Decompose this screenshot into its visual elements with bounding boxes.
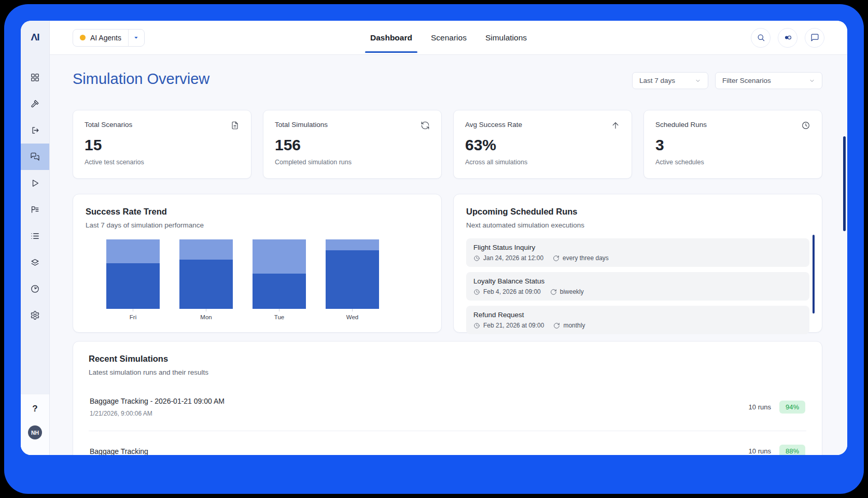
chevron-down-icon: [809, 78, 815, 84]
sidebar-item-dashboard[interactable]: [21, 64, 49, 91]
bar-column: Wed: [326, 239, 379, 320]
stat-card-total-simulations: Total Simulations 156 Completed simulati…: [263, 110, 442, 179]
scheduled-run-item[interactable]: Refund Request Feb 21, 2026 at 09:00: [466, 306, 809, 334]
nav-tab-dashboard[interactable]: Dashboard: [369, 31, 413, 45]
success-rate-trend-card: Success Rate Trend Last 7 days of simula…: [73, 194, 442, 333]
simulation-name: Baggage Tracking: [90, 447, 148, 456]
conversations-icon: [30, 152, 40, 162]
topbar-actions: [751, 28, 824, 48]
scheduled-run-item[interactable]: Flight Status Inquiry Jan 24, 2026 at 12…: [466, 238, 809, 267]
topbar: AI Agents Dashboard Scenarios Simulation…: [50, 21, 847, 55]
scenario-filter-select[interactable]: Filter Scenarios: [715, 72, 822, 89]
stat-card-total-scenarios: Total Scenarios 15 Active test scenarios: [73, 110, 251, 179]
settings-icon: [30, 310, 40, 320]
workspace-caret-button[interactable]: [129, 30, 144, 46]
sidebar-item-layers[interactable]: [21, 249, 49, 276]
bar-category-label: Mon: [179, 314, 233, 320]
sidebar-item-prompts[interactable]: [21, 196, 49, 223]
app-window: ΛI: [21, 21, 847, 455]
scheduled-run-datetime: Jan 24, 2026 at 12:00: [483, 254, 543, 262]
sidebar-item-timer[interactable]: [21, 276, 49, 302]
workspace-switcher[interactable]: AI Agents: [73, 29, 145, 47]
scheduled-run-frequency: monthly: [563, 322, 585, 329]
scheduled-run-name: Flight Status Inquiry: [473, 244, 802, 251]
workspace-name: AI Agents: [90, 34, 121, 42]
stat-description: Active schedules: [655, 159, 810, 166]
bar-segment-success: [326, 250, 379, 309]
simulation-run-count: 10 runs: [749, 447, 771, 455]
filters: Last 7 days Filter Scenarios: [632, 72, 822, 89]
search-button[interactable]: [751, 28, 771, 48]
middle-row: Success Rate Trend Last 7 days of simula…: [73, 194, 822, 333]
bar-category-label: Fri: [106, 314, 160, 320]
recent-subtitle: Latest simulation runs and their results: [89, 368, 806, 376]
nav-tab-simulations[interactable]: Simulations: [484, 31, 528, 45]
stat-value: 156: [275, 136, 430, 154]
repeat-icon: [553, 255, 559, 262]
main-area: AI Agents Dashboard Scenarios Simulation…: [50, 21, 847, 455]
chart-subtitle: Last 7 days of simulation performance: [86, 221, 429, 229]
bar-segment-remainder: [106, 239, 160, 263]
sidebar-item-tools[interactable]: [21, 91, 49, 117]
sidebar-item-run[interactable]: [21, 170, 49, 196]
list-icon: [30, 231, 40, 241]
stacked-bar: [253, 239, 306, 309]
sidebar-item-settings[interactable]: [21, 302, 49, 329]
sidebar: ΛI: [21, 21, 50, 455]
recent-simulations-card: Recent Simulations Latest simulation run…: [73, 341, 822, 455]
clock-icon: [473, 322, 480, 329]
page-scrollbar-thumb[interactable]: [843, 136, 846, 231]
axis-tick: [133, 309, 133, 311]
sidebar-item-list[interactable]: [21, 223, 49, 249]
stat-description: Across all simulations: [465, 159, 620, 166]
play-icon: [30, 178, 40, 188]
stat-card-scheduled-runs: Scheduled Runs 3 Active schedules: [643, 110, 822, 179]
axis-tick: [352, 309, 353, 311]
simulation-row[interactable]: Baggage Tracking 10 runs 88%: [89, 431, 806, 455]
sidebar-nav: [21, 64, 49, 329]
document-icon: [230, 121, 240, 130]
export-icon: [30, 125, 40, 135]
date-range-select[interactable]: Last 7 days: [632, 72, 708, 89]
stat-value: 3: [655, 136, 810, 154]
repeat-icon: [553, 322, 560, 329]
stacked-bar: [326, 239, 379, 309]
chevron-down-icon: [133, 35, 139, 40]
stat-description: Active test scenarios: [85, 159, 240, 166]
theme-toggle-button[interactable]: [778, 28, 797, 48]
layers-icon: [30, 258, 40, 267]
pie-timer-icon: [30, 284, 40, 294]
simulation-row[interactable]: Baggage Tracking - 2026-01-21 09:00 AM 1…: [89, 383, 806, 431]
nav-tab-scenarios[interactable]: Scenarios: [430, 31, 468, 45]
panel-scrollbar-thumb[interactable]: [813, 235, 815, 314]
scheduled-run-datetime: Feb 4, 2026 at 09:00: [483, 288, 541, 295]
bar-column: Tue: [253, 239, 306, 320]
stat-description: Completed simulation runs: [275, 159, 430, 166]
upcoming-scheduled-runs-card: Upcoming Scheduled Runs Next automated s…: [453, 194, 822, 333]
stat-value: 63%: [465, 136, 620, 154]
sidebar-item-conversations[interactable]: [21, 144, 49, 170]
bar-segment-remainder: [253, 239, 306, 274]
stat-label: Total Simulations: [275, 121, 328, 129]
feedback-button[interactable]: [805, 28, 824, 48]
dashboard-grid-icon: [30, 73, 40, 82]
clock-icon: [473, 289, 480, 295]
bar-segment-success: [179, 260, 233, 309]
stacked-bar: [106, 239, 160, 309]
simulation-name: Baggage Tracking - 2026-01-21 09:00 AM: [90, 397, 225, 405]
clock-icon: [801, 121, 810, 130]
scenario-filter-value: Filter Scenarios: [722, 77, 771, 84]
success-rate-badge: 88%: [779, 445, 805, 455]
date-range-value: Last 7 days: [639, 77, 675, 84]
search-icon: [757, 33, 765, 42]
stat-label: Scheduled Runs: [655, 121, 707, 129]
bar-column: Fri: [106, 239, 160, 320]
sidebar-item-export[interactable]: [21, 117, 49, 144]
axis-tick: [279, 309, 279, 311]
app-logo: ΛI: [21, 21, 49, 54]
user-avatar[interactable]: NH: [28, 425, 42, 439]
help-button[interactable]: ?: [32, 404, 37, 414]
scheduled-run-item[interactable]: Loyalty Balance Status Feb 4, 2026 at 09…: [466, 272, 809, 301]
prompts-icon: [30, 205, 40, 215]
bar-chart: FriMonTueWed: [86, 239, 429, 320]
